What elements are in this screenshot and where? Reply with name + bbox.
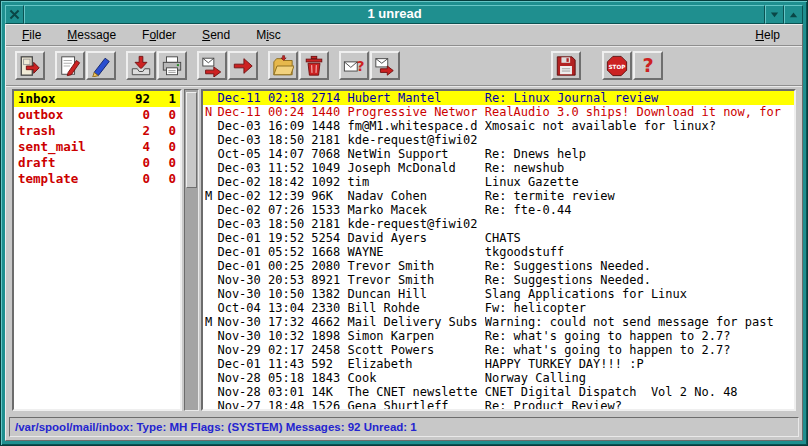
folder-row-outbox[interactable]: outbox00	[14, 107, 180, 123]
folder-row-inbox[interactable]: inbox921	[14, 91, 180, 107]
maximize-button[interactable]	[784, 5, 803, 24]
folder-name: sent_mail	[18, 139, 116, 155]
folder-row-trash[interactable]: trash20	[14, 123, 180, 139]
message-time: 10:50	[268, 287, 311, 301]
message-row[interactable]: Nov-2718:481526Gena ShurtleffRe: Product…	[203, 399, 794, 411]
message-date: Nov-27	[217, 399, 268, 411]
help-button[interactable]: ?	[633, 51, 663, 80]
check-mail-button[interactable]: ?	[339, 51, 369, 80]
minimize-button[interactable]	[765, 5, 784, 24]
message-subject: Xmosaic not available for linux?	[485, 119, 794, 133]
help-question-icon: ?	[637, 55, 659, 77]
message-size: 1049	[311, 161, 347, 175]
menu-file[interactable]: File	[12, 26, 51, 44]
delete-button[interactable]	[299, 51, 329, 80]
message-flag	[203, 385, 217, 399]
message-from: Marko Macek	[347, 203, 484, 217]
message-time: 03:01	[268, 385, 311, 399]
message-flag	[203, 203, 217, 217]
message-subject: Fw: helicopter	[485, 301, 794, 315]
main-area: inbox921outbox00trash20sent_mail40draft0…	[6, 86, 802, 415]
message-flag	[203, 245, 217, 259]
move-to-folder-button[interactable]	[268, 51, 298, 80]
scrollbar-thumb[interactable]	[186, 92, 197, 188]
message-date: Dec-01	[217, 245, 268, 259]
folder-total-count: 92	[116, 91, 150, 107]
message-subject: Linux Gazette	[485, 175, 794, 189]
message-row[interactable]: Dec-0119:525254David AyersCHATS	[203, 231, 794, 245]
exit-button[interactable]	[15, 51, 45, 80]
message-row[interactable]: MDec-0212:3996KNadav CohenRe: termite re…	[203, 189, 794, 203]
title-bar[interactable]: 1 unread	[5, 5, 803, 24]
message-row[interactable]: Dec-1102:182714Hubert MantelRe: Linux Jo…	[203, 91, 794, 105]
system-menu-button[interactable]	[5, 5, 24, 24]
message-time: 14:07	[268, 147, 311, 161]
message-row[interactable]: Dec-0111:43592ElizabethHAPPY TURKEY DAY!…	[203, 357, 794, 371]
message-row[interactable]: Nov-3020:538921Trevor SmithRe: Suggestio…	[203, 273, 794, 287]
reply-button[interactable]	[197, 51, 227, 80]
message-subject: RealAudio 3.0 ships! Download it now, fo…	[485, 105, 794, 119]
message-row[interactable]: Nov-2902:172458Scott PowersRe: what's go…	[203, 343, 794, 357]
message-date: Dec-03	[217, 119, 268, 133]
message-flag	[203, 161, 217, 175]
message-time: 10:32	[268, 329, 311, 343]
message-size: 1533	[311, 203, 347, 217]
message-row[interactable]: Dec-0311:521049Joseph McDonaldRe: newshu…	[203, 161, 794, 175]
message-from: Gena Shurtleff	[347, 399, 484, 411]
maximize-triangle-icon	[787, 8, 800, 21]
message-row[interactable]: Dec-0100:252080Trevor SmithRe: Suggestio…	[203, 259, 794, 273]
send-queued-button[interactable]	[370, 51, 400, 80]
edit-button[interactable]	[86, 51, 116, 80]
message-row[interactable]: MNov-3017:324662Mail Delivery SubsWarnin…	[203, 315, 794, 329]
message-row[interactable]: Nov-2805:181843CookNorway Calling	[203, 371, 794, 385]
folder-total-count: 4	[116, 139, 150, 155]
compose-button[interactable]	[55, 51, 85, 80]
message-row[interactable]: Nov-3010:501382Duncan HillSlang Applicat…	[203, 287, 794, 301]
message-row[interactable]: Oct-0514:077068NetWin SupportRe: Dnews h…	[203, 147, 794, 161]
message-flag: N	[203, 105, 217, 119]
folder-row-sent_mail[interactable]: sent_mail40	[14, 139, 180, 155]
save-button[interactable]	[551, 51, 581, 80]
status-bar: /var/spool/mail/inbox: Type: MH Flags: (…	[9, 417, 799, 437]
message-row[interactable]: Dec-0207:261533Marko MacekRe: fte-0.44	[203, 203, 794, 217]
print-button[interactable]	[157, 51, 187, 80]
message-from: Joseph McDonald	[347, 161, 484, 175]
message-row[interactable]: Dec-0218:421092timLinux Gazette	[203, 175, 794, 189]
message-row[interactable]: NDec-1100:241440Progressive NetworRealAu…	[203, 105, 794, 119]
message-date: Nov-28	[217, 371, 268, 385]
message-from: Scott Powers	[347, 343, 484, 357]
folder-total-count: 2	[116, 123, 150, 139]
receive-mail-button[interactable]	[126, 51, 156, 80]
folder-unread-count: 0	[150, 171, 176, 187]
message-date: Dec-11	[217, 105, 268, 119]
forward-button[interactable]	[228, 51, 258, 80]
message-row[interactable]: Oct-0413:042330Bill RohdeFw: helicopter	[203, 301, 794, 315]
message-time: 07:26	[268, 203, 311, 217]
message-subject: Slang Applications for Linux	[485, 287, 794, 301]
message-row[interactable]: Dec-0318:502181kde-request@fiwi02	[203, 133, 794, 147]
stop-button[interactable]: STOP	[602, 51, 632, 80]
message-row[interactable]: Nov-2803:0114KThe CNET newsletteCNET Dig…	[203, 385, 794, 399]
message-row[interactable]: Dec-0318:502181kde-request@fiwi02	[203, 217, 794, 231]
folder-unread-count: 1	[150, 91, 176, 107]
message-date: Nov-30	[217, 273, 268, 287]
message-row[interactable]: Nov-3010:321898Simon KarpenRe: what's go…	[203, 329, 794, 343]
reply-arrow-icon	[201, 55, 223, 77]
message-row[interactable]: Dec-0105:521668WAYNEtkgoodstuff	[203, 245, 794, 259]
message-from: Mail Delivery Subs	[347, 315, 484, 329]
message-date: Dec-03	[217, 133, 268, 147]
message-flag	[203, 287, 217, 301]
folder-row-template[interactable]: template00	[14, 171, 180, 187]
folder-row-draft[interactable]: draft00	[14, 155, 180, 171]
message-row[interactable]: Dec-0316:091448fm@M1.whitespace.dXmosaic…	[203, 119, 794, 133]
message-time: 00:25	[268, 259, 311, 273]
menu-message[interactable]: Message	[57, 26, 126, 44]
message-date: Dec-01	[217, 231, 268, 245]
menu-send[interactable]: Send	[192, 26, 240, 44]
menu-folder[interactable]: Folder	[132, 26, 186, 44]
menu-misc[interactable]: Misc	[246, 26, 291, 44]
message-size: 1526	[311, 399, 347, 411]
menu-help[interactable]: Help	[745, 26, 790, 44]
exit-door-icon	[19, 55, 41, 77]
message-list-scrollbar[interactable]	[184, 89, 199, 411]
